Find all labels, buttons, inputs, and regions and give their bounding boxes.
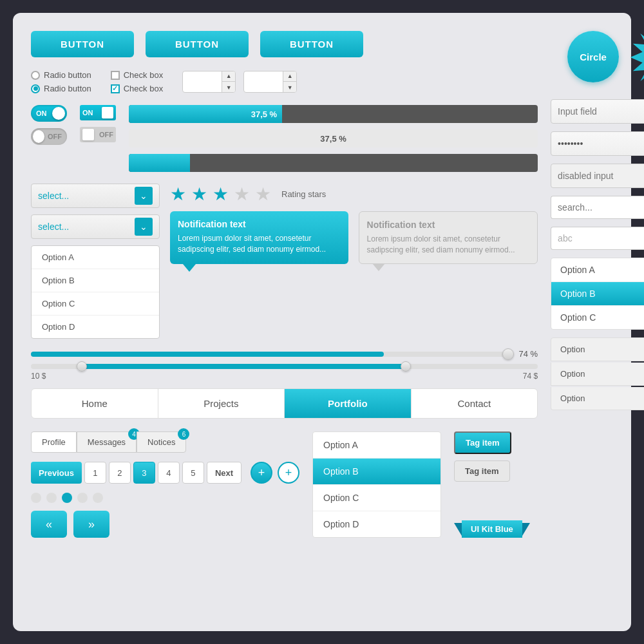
right-option-label-2: Option <box>551 363 644 386</box>
toggles-col-2: ON OFF <box>80 105 116 142</box>
selects-and-list: select... ⌄ select... ⌄ Option A Option … <box>31 184 160 339</box>
range-knob-left[interactable] <box>77 361 87 372</box>
nav-tab-home[interactable]: Home <box>32 389 158 418</box>
sub-tab-profile[interactable]: Profile <box>31 431 77 453</box>
search-field-1-wrap: 🔍 <box>551 196 644 219</box>
bottom-section: Profile Messages 4 Notices 6 Previous <box>31 431 538 538</box>
toggle-on-rect[interactable]: ON <box>80 105 116 120</box>
slider-track-1[interactable] <box>31 352 508 357</box>
tag-item-1[interactable]: Tag item <box>454 431 511 454</box>
search-field-2[interactable] <box>551 227 644 250</box>
toggle-on-round[interactable]: ON <box>31 105 67 122</box>
dropdown-item-c[interactable]: Option C <box>313 485 440 511</box>
sub-tabs-section: Profile Messages 4 Notices 6 Previous <box>31 431 299 538</box>
star-2[interactable]: ★ <box>191 184 207 205</box>
sub-tab-notices[interactable]: Notices 6 <box>137 431 186 453</box>
page-plus-btn[interactable]: + <box>278 462 299 484</box>
radio-item-1[interactable]: Radio button <box>31 70 91 80</box>
listbox-item-2[interactable]: Option C <box>32 292 159 316</box>
range-knob-right[interactable] <box>401 361 411 372</box>
dot-5[interactable] <box>93 493 103 503</box>
select-1[interactable]: select... ⌄ <box>31 184 160 208</box>
toggle-rect-off-label: OFF <box>99 131 113 138</box>
page-5-btn[interactable]: 5 <box>182 462 204 484</box>
arrow-prev-btn[interactable]: « <box>31 511 67 538</box>
range-track[interactable] <box>31 364 538 369</box>
dot-3[interactable] <box>62 493 72 503</box>
page-plus-filled-btn[interactable]: + <box>251 462 272 484</box>
toggle-off-rect[interactable]: OFF <box>80 127 116 142</box>
page-2-btn[interactable]: 2 <box>109 462 131 484</box>
middle-col: ★ ★ ★ ★ ★ Rating stars Notification text… <box>170 184 538 339</box>
button-3[interactable]: BUTTON <box>260 31 363 57</box>
toggle-on-rect-switch[interactable]: ON <box>80 105 116 120</box>
radio-item-2[interactable]: Radio button <box>31 84 91 93</box>
dropdown-item-b[interactable]: Option B <box>313 459 440 485</box>
checkbox-1 <box>111 71 120 80</box>
toggle-off-round[interactable]: OFF <box>31 128 67 145</box>
dropdown-item-a[interactable]: Option A <box>313 432 440 459</box>
checkbox-item-2[interactable]: Check box <box>111 84 163 93</box>
nav-tab-contact[interactable]: Contact <box>412 389 538 418</box>
star-5[interactable]: ★ <box>255 184 271 205</box>
toggle-rect-knob-off <box>82 129 94 140</box>
notification-inactive-body: Lorem ipsum dolor sit amet, consetetur s… <box>367 234 530 256</box>
progress-label-2: 37,5 % <box>320 134 346 144</box>
nav-tab-projects[interactable]: Projects <box>158 389 285 418</box>
right-options-section: Option Option Option <box>551 337 644 410</box>
search-field-1[interactable] <box>551 196 644 219</box>
badge-circle: Circle <box>567 31 619 82</box>
listbox-item-0[interactable]: Option A <box>32 246 159 269</box>
slider-knob-1[interactable] <box>502 348 514 360</box>
page-1-btn[interactable]: 1 <box>84 462 106 484</box>
toggle-off-rect-switch[interactable]: OFF <box>80 127 116 142</box>
toggle-off-switch[interactable]: OFF <box>31 128 67 145</box>
toggle-on-switch[interactable]: ON <box>31 105 67 122</box>
listbox: Option A Option B Option C Option D <box>31 245 160 339</box>
star-1[interactable]: ★ <box>170 184 186 205</box>
nav-tab-portfolio[interactable]: Portfolio <box>285 389 412 418</box>
disabled-field-wrap: 🔒 <box>551 164 644 188</box>
star-4[interactable]: ★ <box>234 184 250 205</box>
right-listbox-item-c[interactable]: Option C <box>551 306 644 329</box>
arrow-next-btn[interactable]: » <box>73 511 109 538</box>
spinner-2-input[interactable]: 4,1 <box>244 77 283 87</box>
button-1[interactable]: BUTTON <box>31 31 134 57</box>
dot-4[interactable] <box>77 493 88 503</box>
button-2[interactable]: BUTTON <box>146 31 249 57</box>
slider-section: 74 % 10 $ 74 $ <box>31 349 538 381</box>
right-option-label-3: Option <box>551 387 644 410</box>
page-4-btn[interactable]: 4 <box>158 462 180 484</box>
input-field[interactable] <box>551 99 644 124</box>
spinner-1-down[interactable]: ▼ <box>222 82 235 93</box>
spinner-2-down[interactable]: ▼ <box>283 82 296 93</box>
spinner-1-input[interactable]: 1000 <box>183 77 222 87</box>
right-listbox-item-b[interactable]: Option B <box>551 282 644 306</box>
tag-item-2[interactable]: Tag item <box>454 460 510 482</box>
password-field[interactable] <box>551 131 644 156</box>
dropdown-item-d[interactable]: Option D <box>313 511 440 537</box>
badge-star-bg <box>629 31 644 84</box>
page-next-btn[interactable]: Next <box>207 462 242 484</box>
checkbox-item-1[interactable]: Check box <box>111 70 163 80</box>
spinner-1-up[interactable]: ▲ <box>222 71 235 82</box>
listbox-item-3[interactable]: Option D <box>32 316 159 338</box>
search-field-2-wrap: 🔍 <box>551 227 644 250</box>
dropdown-list-section: Option A Option B Option C Option D <box>312 431 441 538</box>
rating-label: Rating stars <box>281 189 326 199</box>
dot-2[interactable] <box>46 493 57 503</box>
star-3[interactable]: ★ <box>213 184 229 205</box>
arrow-btns: « » <box>31 511 299 538</box>
right-listbox-item-a[interactable]: Option A <box>551 258 644 282</box>
page-prev-btn[interactable]: Previous <box>31 462 82 484</box>
spinner-2[interactable]: 4,1 ▲ ▼ <box>243 71 297 93</box>
spinner-1[interactable]: 1000 ▲ ▼ <box>182 71 236 93</box>
password-field-wrap: 🔒 <box>551 131 644 156</box>
spinner-2-up[interactable]: ▲ <box>283 71 296 82</box>
page-3-btn[interactable]: 3 <box>133 462 155 484</box>
select-2[interactable]: select... ⌄ <box>31 214 160 239</box>
listbox-item-1[interactable]: Option B <box>32 269 159 292</box>
dot-1[interactable] <box>31 493 41 503</box>
notification-active: Notification text Lorem ipsum dolor sit … <box>170 211 348 264</box>
sub-tab-messages[interactable]: Messages 4 <box>77 431 137 453</box>
